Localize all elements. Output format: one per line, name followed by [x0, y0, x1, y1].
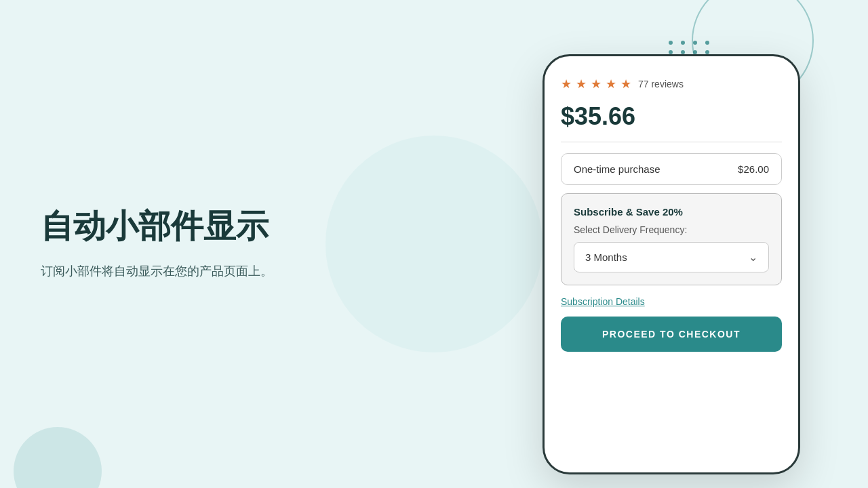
page-title: 自动小部件显示 — [41, 207, 420, 246]
one-time-label: One-time purchase — [574, 163, 660, 175]
star-2: ★ — [576, 77, 587, 92]
subscription-details-link[interactable]: Subscription Details — [561, 296, 782, 307]
chevron-down-icon: ⌄ — [749, 251, 757, 264]
dot-2 — [693, 41, 697, 45]
dot-0 — [669, 41, 673, 45]
phone-content: ★ ★ ★ ★ ★ 77 reviews $35.66 One-time pur… — [561, 77, 782, 352]
price-divider — [561, 142, 782, 142]
frequency-dropdown[interactable]: 3 Months ⌄ — [574, 242, 769, 272]
star-5: ★ — [620, 77, 631, 92]
dot-3 — [705, 41, 709, 45]
page-description: 订阅小部件将自动显示在您的产品页面上。 — [41, 262, 366, 281]
rating-row: ★ ★ ★ ★ ★ 77 reviews — [561, 77, 782, 92]
star-1: ★ — [561, 77, 572, 92]
frequency-value: 3 Months — [585, 251, 627, 263]
dot-1 — [681, 41, 685, 45]
subscribe-card: Subscribe & Save 20% Select Delivery Fre… — [561, 193, 782, 285]
one-time-price: $26.00 — [738, 163, 769, 175]
checkout-button[interactable]: PROCEED TO CHECKOUT — [561, 317, 782, 352]
delivery-frequency-label: Select Delivery Frequency: — [574, 224, 769, 235]
star-3: ★ — [591, 77, 601, 92]
phone-mockup: ★ ★ ★ ★ ★ 77 reviews $35.66 One-time pur… — [542, 54, 800, 474]
subscribe-title: Subscribe & Save 20% — [574, 206, 769, 218]
star-4: ★ — [606, 77, 616, 92]
one-time-purchase-card[interactable]: One-time purchase $26.00 — [561, 153, 782, 185]
product-price: $35.66 — [561, 102, 782, 131]
left-section: 自动小部件显示 订阅小部件将自动显示在您的产品页面上。 — [0, 0, 420, 488]
reviews-count: 77 reviews — [638, 79, 684, 89]
